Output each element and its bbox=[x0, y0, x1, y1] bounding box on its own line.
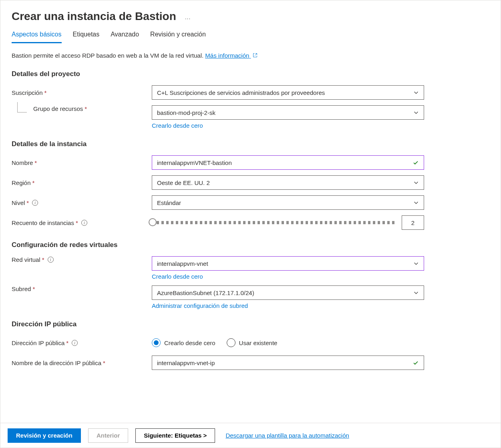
instance-count-label: Recuento de instancias bbox=[12, 219, 74, 226]
chevron-down-icon bbox=[413, 90, 419, 95]
slider-thumb[interactable] bbox=[149, 218, 157, 226]
required-star: * bbox=[85, 105, 87, 112]
tab-tags[interactable]: Etiquetas bbox=[73, 31, 100, 43]
region-select[interactable]: Oeste de EE. UU. 2 bbox=[152, 175, 424, 190]
subscription-label: Suscripción bbox=[12, 89, 43, 96]
required-star: * bbox=[44, 89, 47, 96]
public-ip-existing-radio[interactable]: Usar existente bbox=[227, 338, 278, 347]
tree-indent-line bbox=[17, 102, 27, 113]
vnet-select[interactable]: internalappvm-vnet bbox=[152, 256, 424, 271]
required-star: * bbox=[66, 340, 68, 346]
check-icon bbox=[412, 159, 419, 166]
radio-icon bbox=[227, 338, 235, 347]
instance-count-value[interactable]: 2 bbox=[402, 215, 424, 230]
tier-select[interactable]: Estándar bbox=[152, 195, 424, 210]
check-icon bbox=[412, 360, 419, 366]
info-icon[interactable]: i bbox=[72, 340, 78, 346]
public-ip-name-label: Nombre de la dirección IP pública bbox=[12, 360, 101, 366]
chevron-down-icon bbox=[413, 261, 419, 266]
subscription-select[interactable]: C+L Suscripciones de servicios administr… bbox=[152, 85, 424, 100]
public-ip-create-radio[interactable]: Crearlo desde cero bbox=[152, 338, 215, 347]
chevron-down-icon bbox=[413, 200, 419, 205]
chevron-down-icon bbox=[413, 290, 419, 295]
page-title: Crear una instancia de Bastion bbox=[12, 10, 176, 23]
more-info-link[interactable]: Más información bbox=[205, 52, 257, 59]
region-label: Región bbox=[12, 179, 31, 186]
section-public-ip-title: Dirección IP pública bbox=[12, 320, 489, 328]
public-ip-label: Dirección IP pública bbox=[12, 340, 64, 346]
resource-group-select[interactable]: bastion-mod-proj-2-sk bbox=[152, 105, 424, 120]
more-actions-button[interactable]: ··· bbox=[183, 14, 193, 23]
tab-advanced[interactable]: Avanzado bbox=[111, 31, 139, 43]
public-ip-name-input[interactable]: internalappvm-vnet-ip bbox=[152, 356, 424, 370]
create-resource-group-link[interactable]: Crearlo desde cero bbox=[152, 122, 203, 129]
review-create-button[interactable]: Revisión y creación bbox=[8, 428, 81, 443]
section-instance-title: Detalles de la instancia bbox=[12, 140, 489, 148]
required-star: * bbox=[42, 256, 44, 263]
info-icon[interactable]: i bbox=[48, 257, 54, 263]
footer-bar: Revisión y creación Anterior Siguiente: … bbox=[0, 423, 501, 448]
required-star: * bbox=[76, 219, 78, 226]
info-icon[interactable]: i bbox=[81, 220, 87, 226]
previous-button: Anterior bbox=[88, 428, 128, 443]
vnet-label: Red virtual bbox=[12, 256, 40, 263]
tier-label: Nivel bbox=[12, 199, 25, 206]
radio-icon bbox=[152, 338, 161, 347]
section-vnet-title: Configuración de redes virtuales bbox=[12, 241, 489, 249]
section-project-title: Detalles del proyecto bbox=[12, 70, 489, 78]
required-star: * bbox=[32, 285, 35, 292]
external-link-icon bbox=[253, 53, 258, 58]
chevron-down-icon bbox=[413, 110, 419, 115]
resource-group-label: Grupo de recursos bbox=[33, 105, 83, 112]
required-star: * bbox=[103, 360, 105, 366]
instance-count-slider[interactable] bbox=[152, 221, 396, 224]
subnet-label: Subred bbox=[12, 285, 31, 292]
tab-basics[interactable]: Aspectos básicos bbox=[12, 31, 62, 43]
manage-subnet-link[interactable]: Administrar configuración de subred bbox=[152, 302, 248, 309]
next-button[interactable]: Siguiente: Etiquetas > bbox=[135, 428, 215, 443]
info-icon[interactable]: i bbox=[32, 200, 38, 206]
intro-text: Bastion permite el acceso RDP basado en … bbox=[12, 52, 489, 59]
subnet-select[interactable]: AzureBastionSubnet (172.17.1.0/24) bbox=[152, 285, 424, 300]
name-input[interactable]: internalappvmVNET-bastion bbox=[152, 155, 424, 170]
tab-review-create[interactable]: Revisión y creación bbox=[150, 31, 206, 43]
name-label: Nombre bbox=[12, 159, 33, 166]
create-vnet-link[interactable]: Crearlo desde cero bbox=[152, 273, 203, 280]
tab-bar: Aspectos básicos Etiquetas Avanzado Revi… bbox=[12, 31, 489, 43]
required-star: * bbox=[32, 179, 35, 186]
required-star: * bbox=[26, 199, 29, 206]
download-template-link[interactable]: Descargar una plantilla para la automati… bbox=[225, 432, 349, 439]
required-star: * bbox=[34, 159, 37, 166]
chevron-down-icon bbox=[413, 180, 419, 185]
